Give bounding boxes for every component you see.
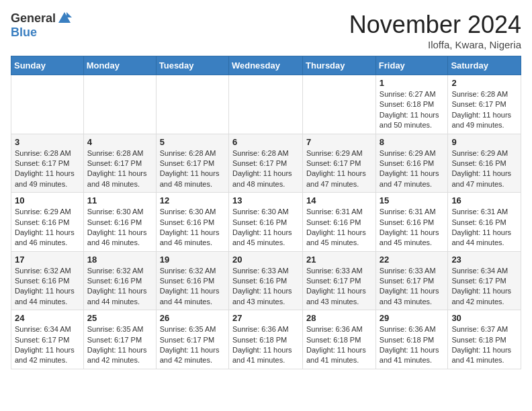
day-info: Sunrise: 6:28 AM Sunset: 6:17 PM Dayligh… xyxy=(15,148,80,190)
location: Iloffa, Kwara, Nigeria xyxy=(349,39,521,50)
day-info: Sunrise: 6:30 AM Sunset: 6:16 PM Dayligh… xyxy=(232,207,299,248)
calendar-cell: 13Sunrise: 6:30 AM Sunset: 6:16 PM Dayli… xyxy=(228,193,302,252)
calendar: SundayMondayTuesdayWednesdayThursdayFrid… xyxy=(11,56,521,369)
day-number: 28 xyxy=(306,313,372,323)
day-info: Sunrise: 6:33 AM Sunset: 6:17 PM Dayligh… xyxy=(306,266,372,308)
day-number: 16 xyxy=(451,195,517,205)
calendar-header: SundayMondayTuesdayWednesdayThursdayFrid… xyxy=(11,56,521,75)
day-number: 19 xyxy=(160,255,225,265)
day-number: 29 xyxy=(380,313,445,323)
title-block: November 2024 Iloffa, Kwara, Nigeria xyxy=(349,11,521,50)
header-sunday: Sunday xyxy=(11,56,84,75)
day-info: Sunrise: 6:33 AM Sunset: 6:17 PM Dayligh… xyxy=(380,266,445,308)
calendar-week-1: 1Sunrise: 6:27 AM Sunset: 6:18 PM Daylig… xyxy=(11,75,521,134)
logo: General Blue xyxy=(11,11,72,40)
day-info: Sunrise: 6:30 AM Sunset: 6:16 PM Dayligh… xyxy=(87,207,152,248)
day-info: Sunrise: 6:35 AM Sunset: 6:17 PM Dayligh… xyxy=(87,324,152,366)
calendar-cell: 29Sunrise: 6:36 AM Sunset: 6:18 PM Dayli… xyxy=(375,310,448,369)
day-number: 26 xyxy=(160,313,225,323)
calendar-cell: 17Sunrise: 6:32 AM Sunset: 6:16 PM Dayli… xyxy=(11,251,84,310)
day-info: Sunrise: 6:30 AM Sunset: 6:16 PM Dayligh… xyxy=(160,207,225,248)
calendar-cell xyxy=(303,75,376,134)
calendar-cell: 1Sunrise: 6:27 AM Sunset: 6:18 PM Daylig… xyxy=(375,75,448,134)
calendar-cell: 3Sunrise: 6:28 AM Sunset: 6:17 PM Daylig… xyxy=(11,134,84,193)
calendar-cell: 14Sunrise: 6:31 AM Sunset: 6:16 PM Dayli… xyxy=(303,193,376,252)
calendar-cell: 12Sunrise: 6:30 AM Sunset: 6:16 PM Dayli… xyxy=(156,193,228,252)
calendar-cell: 4Sunrise: 6:28 AM Sunset: 6:17 PM Daylig… xyxy=(83,134,156,193)
calendar-cell: 15Sunrise: 6:31 AM Sunset: 6:16 PM Dayli… xyxy=(375,193,448,252)
calendar-week-2: 3Sunrise: 6:28 AM Sunset: 6:17 PM Daylig… xyxy=(11,134,521,193)
day-number: 30 xyxy=(451,313,517,323)
day-number: 20 xyxy=(232,255,299,265)
day-info: Sunrise: 6:32 AM Sunset: 6:16 PM Dayligh… xyxy=(87,266,152,308)
header-thursday: Thursday xyxy=(303,56,376,75)
day-info: Sunrise: 6:28 AM Sunset: 6:17 PM Dayligh… xyxy=(451,89,517,131)
day-number: 5 xyxy=(160,137,225,147)
calendar-cell: 16Sunrise: 6:31 AM Sunset: 6:16 PM Dayli… xyxy=(448,193,521,252)
header-tuesday: Tuesday xyxy=(156,56,228,75)
calendar-cell: 18Sunrise: 6:32 AM Sunset: 6:16 PM Dayli… xyxy=(83,251,156,310)
day-number: 14 xyxy=(306,195,372,205)
calendar-cell: 20Sunrise: 6:33 AM Sunset: 6:16 PM Dayli… xyxy=(228,251,302,310)
calendar-cell xyxy=(156,75,228,134)
day-number: 21 xyxy=(306,255,372,265)
header-monday: Monday xyxy=(83,56,156,75)
calendar-week-3: 10Sunrise: 6:29 AM Sunset: 6:16 PM Dayli… xyxy=(11,193,521,252)
day-info: Sunrise: 6:36 AM Sunset: 6:18 PM Dayligh… xyxy=(380,324,445,366)
day-number: 13 xyxy=(232,195,299,205)
calendar-cell: 26Sunrise: 6:35 AM Sunset: 6:17 PM Dayli… xyxy=(156,310,228,369)
day-info: Sunrise: 6:34 AM Sunset: 6:17 PM Dayligh… xyxy=(451,266,517,308)
calendar-body: 1Sunrise: 6:27 AM Sunset: 6:18 PM Daylig… xyxy=(11,75,521,369)
calendar-cell: 10Sunrise: 6:29 AM Sunset: 6:16 PM Dayli… xyxy=(11,193,84,252)
logo-icon xyxy=(57,11,72,26)
day-info: Sunrise: 6:29 AM Sunset: 6:16 PM Dayligh… xyxy=(380,148,445,190)
day-info: Sunrise: 6:28 AM Sunset: 6:17 PM Dayligh… xyxy=(160,148,225,190)
calendar-cell: 5Sunrise: 6:28 AM Sunset: 6:17 PM Daylig… xyxy=(156,134,228,193)
day-info: Sunrise: 6:32 AM Sunset: 6:16 PM Dayligh… xyxy=(160,266,225,308)
day-info: Sunrise: 6:31 AM Sunset: 6:16 PM Dayligh… xyxy=(380,207,445,248)
header-saturday: Saturday xyxy=(448,56,521,75)
calendar-cell xyxy=(11,75,84,134)
calendar-cell: 22Sunrise: 6:33 AM Sunset: 6:17 PM Dayli… xyxy=(375,251,448,310)
day-number: 11 xyxy=(87,195,152,205)
day-number: 1 xyxy=(380,78,445,88)
day-number: 7 xyxy=(306,137,372,147)
calendar-cell: 7Sunrise: 6:29 AM Sunset: 6:17 PM Daylig… xyxy=(303,134,376,193)
calendar-cell: 27Sunrise: 6:36 AM Sunset: 6:18 PM Dayli… xyxy=(228,310,302,369)
day-info: Sunrise: 6:33 AM Sunset: 6:16 PM Dayligh… xyxy=(232,266,299,308)
day-info: Sunrise: 6:31 AM Sunset: 6:16 PM Dayligh… xyxy=(306,207,372,248)
calendar-cell: 28Sunrise: 6:36 AM Sunset: 6:18 PM Dayli… xyxy=(303,310,376,369)
calendar-week-4: 17Sunrise: 6:32 AM Sunset: 6:16 PM Dayli… xyxy=(11,251,521,310)
calendar-cell: 2Sunrise: 6:28 AM Sunset: 6:17 PM Daylig… xyxy=(448,75,521,134)
day-info: Sunrise: 6:28 AM Sunset: 6:17 PM Dayligh… xyxy=(87,148,152,190)
day-number: 18 xyxy=(87,255,152,265)
day-number: 17 xyxy=(15,255,80,265)
day-info: Sunrise: 6:36 AM Sunset: 6:18 PM Dayligh… xyxy=(232,324,299,366)
calendar-week-5: 24Sunrise: 6:34 AM Sunset: 6:17 PM Dayli… xyxy=(11,310,521,369)
calendar-cell: 21Sunrise: 6:33 AM Sunset: 6:17 PM Dayli… xyxy=(303,251,376,310)
header-wednesday: Wednesday xyxy=(228,56,302,75)
day-info: Sunrise: 6:36 AM Sunset: 6:18 PM Dayligh… xyxy=(306,324,372,366)
day-info: Sunrise: 6:34 AM Sunset: 6:17 PM Dayligh… xyxy=(15,324,80,366)
day-number: 6 xyxy=(232,137,299,147)
calendar-cell: 8Sunrise: 6:29 AM Sunset: 6:16 PM Daylig… xyxy=(375,134,448,193)
day-number: 3 xyxy=(15,137,80,147)
calendar-cell: 25Sunrise: 6:35 AM Sunset: 6:17 PM Dayli… xyxy=(83,310,156,369)
day-number: 9 xyxy=(451,137,517,147)
logo-general: General xyxy=(11,11,56,26)
day-number: 15 xyxy=(380,195,445,205)
calendar-cell: 23Sunrise: 6:34 AM Sunset: 6:17 PM Dayli… xyxy=(448,251,521,310)
day-info: Sunrise: 6:29 AM Sunset: 6:16 PM Dayligh… xyxy=(15,207,80,248)
day-number: 22 xyxy=(380,255,445,265)
calendar-cell: 11Sunrise: 6:30 AM Sunset: 6:16 PM Dayli… xyxy=(83,193,156,252)
day-info: Sunrise: 6:31 AM Sunset: 6:16 PM Dayligh… xyxy=(451,207,517,248)
day-info: Sunrise: 6:27 AM Sunset: 6:18 PM Dayligh… xyxy=(380,89,445,131)
day-info: Sunrise: 6:37 AM Sunset: 6:18 PM Dayligh… xyxy=(451,324,517,366)
calendar-cell: 30Sunrise: 6:37 AM Sunset: 6:18 PM Dayli… xyxy=(448,310,521,369)
day-number: 12 xyxy=(160,195,225,205)
day-number: 8 xyxy=(380,137,445,147)
calendar-cell xyxy=(228,75,302,134)
day-number: 2 xyxy=(451,78,517,88)
calendar-cell: 6Sunrise: 6:28 AM Sunset: 6:17 PM Daylig… xyxy=(228,134,302,193)
page-header: General Blue November 2024 Iloffa, Kwara… xyxy=(11,11,521,50)
